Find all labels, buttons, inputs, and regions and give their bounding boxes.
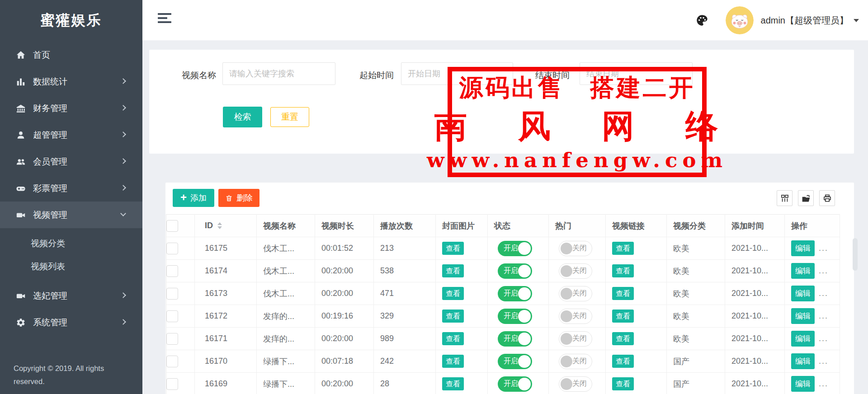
hot-toggle[interactable]: 关闭	[559, 376, 592, 392]
edit-button[interactable]: 编辑	[791, 263, 815, 279]
trash-icon	[225, 194, 233, 202]
chevron-icon	[120, 292, 126, 298]
toggle-knob	[561, 310, 572, 322]
sort-icon[interactable]	[217, 222, 222, 229]
cell-category: 欧美	[667, 305, 725, 328]
cell-video-name: 发痒的...	[257, 328, 315, 350]
more-actions[interactable]: ...	[819, 356, 828, 366]
video-name-label: 视频名称	[182, 70, 216, 81]
edit-button[interactable]: 编辑	[791, 353, 815, 369]
view-cover-button[interactable]: 查看	[442, 332, 464, 345]
status-toggle[interactable]: 开启	[498, 376, 532, 392]
row-checkbox[interactable]	[166, 378, 178, 390]
status-toggle[interactable]: 开启	[498, 331, 532, 347]
edit-button[interactable]: 编辑	[791, 308, 815, 324]
cell-added-time: 2021-10...	[725, 373, 785, 394]
sidebar-item-lottery[interactable]: 彩票管理	[0, 175, 142, 202]
export-button[interactable]	[798, 190, 814, 206]
more-actions[interactable]: ...	[819, 244, 828, 253]
more-actions[interactable]: ...	[819, 379, 828, 388]
sidebar-item-home[interactable]: 首页	[0, 42, 142, 68]
row-checkbox[interactable]	[166, 333, 178, 345]
sidebar-item-member[interactable]: 会员管理	[0, 148, 142, 175]
sidebar-item-concubine[interactable]: 选妃管理	[0, 282, 142, 309]
view-cover-button[interactable]: 查看	[442, 264, 464, 277]
view-cover-button[interactable]: 查看	[442, 287, 464, 300]
edit-button[interactable]: 编辑	[791, 331, 815, 347]
home-icon	[15, 50, 26, 61]
status-toggle[interactable]: 开启	[498, 309, 532, 324]
select-all-checkbox[interactable]	[166, 220, 178, 232]
filter-columns-button[interactable]	[777, 190, 793, 206]
chevron-icon	[120, 211, 126, 216]
more-actions[interactable]: ...	[819, 289, 828, 298]
edit-button[interactable]: 编辑	[791, 376, 815, 392]
view-cover-button[interactable]: 查看	[442, 242, 464, 255]
status-toggle[interactable]: 开启	[498, 241, 532, 256]
edit-button[interactable]: 编辑	[791, 240, 815, 256]
hot-toggle[interactable]: 关闭	[559, 309, 592, 324]
hot-toggle[interactable]: 关闭	[559, 354, 592, 369]
sidebar-item-video[interactable]: 视频管理	[0, 202, 142, 228]
view-cover-button[interactable]: 查看	[442, 310, 464, 323]
chevron-icon	[120, 105, 126, 111]
user-menu[interactable]: admin【超级管理员】	[761, 14, 849, 27]
status-toggle[interactable]: 开启	[498, 354, 532, 369]
add-button[interactable]: + 添加	[173, 189, 214, 207]
view-link-button[interactable]: 查看	[612, 377, 634, 390]
col-video-category: 视频分类	[667, 215, 725, 237]
sidebar-item-superadmin[interactable]: 超管管理	[0, 122, 142, 148]
view-cover-button[interactable]: 查看	[442, 355, 464, 368]
sidebar-item-stats[interactable]: 数据统计	[0, 68, 142, 95]
delete-button[interactable]: 删除	[218, 189, 259, 207]
sidebar-item-system[interactable]: 系统管理	[0, 309, 142, 336]
reset-button[interactable]: 重置	[270, 107, 309, 127]
view-link-button[interactable]: 查看	[612, 332, 634, 345]
toggle-knob	[561, 378, 572, 390]
sidebar-subitem-video-list[interactable]: 视频列表	[0, 255, 142, 278]
view-link-button[interactable]: 查看	[612, 287, 634, 300]
sidebar-subitem-label: 视频分类	[31, 238, 65, 249]
view-link-button[interactable]: 查看	[612, 355, 634, 368]
row-checkbox[interactable]	[166, 356, 178, 367]
more-actions[interactable]: ...	[819, 311, 828, 320]
hot-toggle[interactable]: 关闭	[559, 286, 592, 301]
view-cover-button[interactable]: 查看	[442, 377, 464, 390]
sidebar-item-finance[interactable]: 财务管理	[0, 95, 142, 122]
menu-toggle-icon[interactable]	[158, 13, 171, 28]
status-toggle[interactable]: 开启	[498, 263, 532, 279]
video-name-input[interactable]	[222, 62, 335, 85]
status-toggle[interactable]: 开启	[498, 286, 532, 301]
search-button[interactable]: 检索	[223, 107, 262, 127]
user-avatar[interactable]	[726, 6, 754, 34]
more-actions[interactable]: ...	[819, 334, 828, 343]
row-checkbox[interactable]	[166, 243, 178, 254]
edit-button[interactable]: 编辑	[791, 286, 815, 301]
col-cover-image: 封面图片	[436, 215, 488, 237]
hot-toggle[interactable]: 关闭	[559, 241, 592, 256]
view-link-button[interactable]: 查看	[612, 310, 634, 323]
videos-table: ID 视频名称 视频时长 播放次数 封面图片 状态 热门 视频链接 视频分类 添…	[166, 214, 840, 394]
cell-added-time: 2021-10...	[725, 237, 785, 260]
hot-toggle[interactable]: 关闭	[559, 263, 592, 279]
print-button[interactable]	[819, 190, 835, 206]
chevron-down-icon[interactable]	[854, 19, 859, 22]
row-checkbox[interactable]	[166, 288, 178, 300]
view-link-button[interactable]: 查看	[612, 264, 634, 277]
top-header: admin【超级管理员】	[142, 0, 868, 41]
sidebar-item-label: 首页	[33, 49, 121, 61]
start-date-input[interactable]	[401, 62, 513, 85]
cell-id: 16169	[195, 373, 257, 394]
end-date-input[interactable]	[580, 62, 693, 85]
row-checkbox[interactable]	[166, 310, 178, 322]
hot-toggle[interactable]: 关闭	[559, 331, 592, 347]
sidebar-item-label: 财务管理	[33, 103, 121, 114]
view-link-button[interactable]: 查看	[612, 242, 634, 255]
row-checkbox[interactable]	[166, 265, 178, 277]
sidebar-subitem-video-category[interactable]: 视频分类	[0, 232, 142, 255]
scrollbar-thumb[interactable]	[853, 238, 858, 271]
theme-palette-icon[interactable]	[696, 14, 708, 27]
cell-video-name: 发痒的...	[257, 305, 315, 328]
cell-added-time: 2021-10...	[725, 260, 785, 282]
more-actions[interactable]: ...	[819, 266, 828, 275]
